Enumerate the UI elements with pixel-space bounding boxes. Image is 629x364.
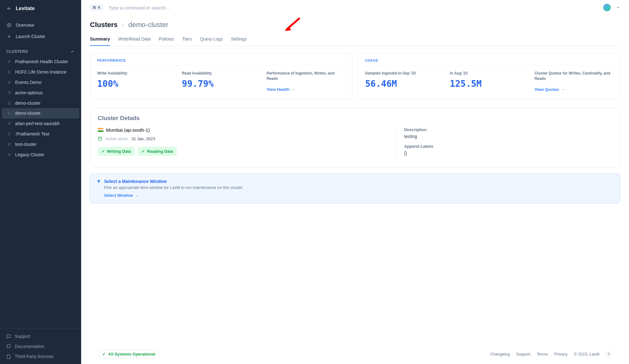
metric-value: 56.46M bbox=[365, 79, 443, 89]
tab-query-logs[interactable]: Query Logs bbox=[200, 33, 223, 46]
clusters-section-header[interactable]: CLUSTERS bbox=[0, 45, 81, 57]
breadcrumb-root[interactable]: Clusters bbox=[90, 21, 118, 29]
cluster-icon bbox=[7, 101, 12, 105]
cluster-label: HDFC Life Demo Instance bbox=[15, 69, 66, 75]
reading-data-badge: ✓ Reading Data bbox=[138, 147, 177, 156]
last9-icon: 9 bbox=[606, 351, 611, 357]
file-icon bbox=[6, 354, 11, 359]
footer-docs[interactable]: Documentation bbox=[0, 341, 81, 351]
lightbulb-icon bbox=[97, 179, 101, 184]
chevron-up-icon bbox=[70, 49, 75, 54]
cluster-item[interactable]: HDFC Life Demo Instance bbox=[0, 67, 81, 77]
footer-licenses[interactable]: Third-Party licenses bbox=[0, 351, 81, 361]
tab-write-read[interactable]: Write/Read Data bbox=[118, 33, 151, 46]
cluster-icon bbox=[7, 70, 12, 74]
sidebar-header: Levitate bbox=[0, 0, 81, 17]
kbd-shortcut: ⌘ K bbox=[90, 4, 103, 11]
cluster-item[interactable]: test-cluster bbox=[0, 139, 81, 150]
cluster-item-active[interactable]: demo-cluster bbox=[2, 108, 79, 119]
cluster-icon bbox=[7, 152, 12, 157]
details-title: Cluster Details bbox=[98, 115, 612, 122]
tab-settings[interactable]: Settings bbox=[231, 33, 247, 46]
usage-card: USAGE Samples Ingested in Sep '23 56.46M… bbox=[358, 53, 620, 99]
details-left: Mumbai (ap-south-1) Active since: 31 Jan… bbox=[98, 127, 384, 161]
cluster-label: demo-cluster bbox=[15, 110, 41, 116]
cluster-label: Events Demo bbox=[15, 80, 42, 85]
calendar-icon bbox=[98, 136, 102, 141]
performance-card: PERFORMANCE Write Availability 100% Read… bbox=[90, 53, 352, 99]
view-quotas-link[interactable]: View Quotas→ bbox=[535, 87, 565, 92]
samples-aug: in Aug '23 125.5M bbox=[450, 71, 528, 92]
operational-badge[interactable]: ✓ All Systems Operational bbox=[99, 350, 159, 358]
search-input[interactable] bbox=[109, 5, 598, 10]
overview-icon bbox=[6, 22, 12, 28]
view-health-link[interactable]: View Health→ bbox=[267, 87, 296, 92]
sidebar-nav: Overview Launch Cluster bbox=[0, 17, 81, 45]
cluster-item[interactable]: acme-optimus bbox=[0, 88, 81, 98]
cluster-label: test-cluster bbox=[15, 141, 36, 147]
cluster-label: Prathamesh Health Cluster bbox=[15, 59, 68, 65]
svg-rect-4 bbox=[98, 182, 99, 183]
cluster-item[interactable]: atlan-perf-test-saurabh bbox=[0, 119, 81, 129]
region: Mumbai (ap-south-1) bbox=[98, 127, 384, 133]
nav-overview-label: Overview bbox=[16, 23, 34, 28]
cluster-list: Prathamesh Health Cluster HDFC Life Demo… bbox=[0, 57, 81, 328]
svg-rect-2 bbox=[98, 137, 102, 141]
arrow-right-icon: → bbox=[135, 193, 139, 198]
metric-label: Performance of Ingestion, Writes, and Re… bbox=[267, 71, 345, 81]
arrow-right-icon: → bbox=[291, 87, 295, 92]
performance-title: PERFORMANCE bbox=[90, 53, 352, 66]
metric-label: Read Availability bbox=[182, 71, 260, 76]
metric-label: Cluster Quotas for Writes, Cardinality, … bbox=[535, 71, 613, 81]
cluster-label: atlan-perf-test-saurabh bbox=[15, 121, 60, 127]
avatar[interactable] bbox=[603, 4, 611, 11]
cluster-item[interactable]: demo-cluster bbox=[0, 98, 81, 108]
link-support[interactable]: Support bbox=[516, 352, 531, 356]
health-link-block: Performance of Ingestion, Writes, and Re… bbox=[267, 71, 345, 92]
metric-label: Write Availability bbox=[97, 71, 175, 76]
sidebar-footer: Support Documentation Third-Party licens… bbox=[0, 328, 81, 364]
maintenance-card: Select a Maintenance Window Pick an appr… bbox=[90, 174, 620, 203]
bottombar: ✓ All Systems Operational Changelog Supp… bbox=[90, 345, 620, 364]
metric-value: 100% bbox=[97, 79, 175, 89]
plus-icon bbox=[6, 34, 12, 39]
cluster-icon bbox=[7, 132, 12, 136]
footer-docs-label: Documentation bbox=[15, 344, 44, 349]
labels-label: Append Labels bbox=[404, 144, 612, 149]
svg-point-1 bbox=[8, 25, 10, 26]
labels-value: {} bbox=[404, 151, 612, 156]
book-icon bbox=[6, 344, 11, 349]
active-since: Active since: 31 Jan, 2023 bbox=[98, 136, 384, 141]
back-arrow-icon[interactable] bbox=[6, 6, 12, 11]
cluster-icon bbox=[7, 142, 12, 146]
brand-title: Levitate bbox=[16, 6, 35, 11]
quotas-link-block: Cluster Quotas for Writes, Cardinality, … bbox=[535, 71, 613, 92]
tab-policies[interactable]: Policies bbox=[159, 33, 174, 46]
details-right: Description testing Append Labels {} bbox=[396, 127, 612, 161]
select-window-link[interactable]: Select Window → bbox=[104, 193, 139, 198]
description-label: Description bbox=[404, 127, 612, 132]
chevron-down-icon[interactable] bbox=[616, 5, 620, 10]
cluster-item[interactable]: Legacy Cluster bbox=[0, 150, 81, 160]
check-icon: ✓ bbox=[102, 149, 105, 154]
sidebar: Levitate Overview Launch Cluster CLUSTER… bbox=[0, 0, 81, 364]
main: ⌘ K Clusters › demo-cluster Summary Writ… bbox=[81, 0, 629, 364]
nav-launch-cluster[interactable]: Launch Cluster bbox=[0, 31, 81, 42]
tab-summary[interactable]: Summary bbox=[90, 33, 110, 46]
link-privacy[interactable]: Privacy bbox=[554, 352, 568, 356]
link-changelog[interactable]: Changelog bbox=[490, 352, 510, 356]
cluster-label: Legacy Cluster bbox=[15, 152, 44, 158]
metric-label: Samples Ingested in Sep '23 bbox=[365, 71, 443, 76]
chevron-right-icon: › bbox=[122, 22, 124, 28]
cluster-icon bbox=[7, 91, 12, 95]
maintenance-text: Pick an appropriate time window for Last… bbox=[104, 185, 614, 190]
svg-point-0 bbox=[7, 23, 11, 27]
cluster-item[interactable]: Prathamesh Health Cluster bbox=[0, 57, 81, 67]
tab-tiers[interactable]: Tiers bbox=[182, 33, 192, 46]
link-terms[interactable]: Terms bbox=[537, 352, 548, 356]
cluster-icon bbox=[7, 59, 12, 64]
nav-overview[interactable]: Overview bbox=[0, 19, 81, 31]
cluster-item[interactable]: Events Demo bbox=[0, 77, 81, 88]
footer-support[interactable]: Support bbox=[0, 331, 81, 341]
cluster-item[interactable]: :Prathamesh Test bbox=[0, 129, 81, 139]
